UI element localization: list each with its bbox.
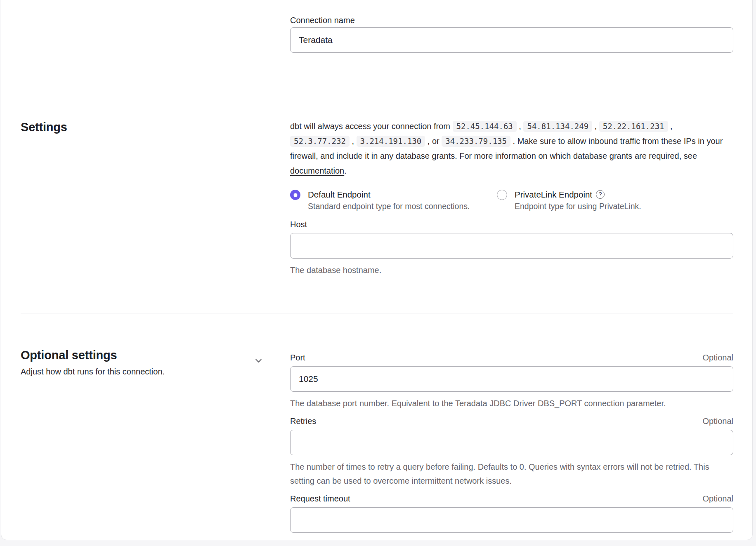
radio-selected-icon[interactable] bbox=[290, 190, 300, 200]
endpoint-option-privatelink-label: PrivateLink Endpoint? bbox=[515, 189, 641, 200]
request-timeout-label: Request timeout bbox=[290, 494, 350, 504]
connection-name-section: Connection name bbox=[1, 0, 752, 84]
connection-settings-card: Connection name Settings dbt will always… bbox=[1, 0, 753, 540]
request-timeout-input[interactable] bbox=[290, 507, 733, 533]
ip-allowlist-notice: dbt will always access your connection f… bbox=[290, 119, 733, 178]
request-timeout-field: Request timeout Optional The timeout for… bbox=[290, 494, 733, 540]
retries-label: Retries bbox=[290, 416, 316, 426]
endpoint-option-default[interactable]: Default Endpoint Standard endpoint type … bbox=[290, 189, 497, 212]
retries-helper-text: The number of times to retry a query bef… bbox=[290, 460, 733, 488]
ip-address-chip: 52.3.77.232 bbox=[290, 136, 350, 147]
ip-address-chip: 34.233.79.135 bbox=[442, 136, 510, 147]
port-label: Port bbox=[290, 353, 305, 362]
retries-input[interactable] bbox=[290, 430, 733, 455]
host-helper-text: The database hostname. bbox=[290, 263, 733, 277]
endpoint-type-radio-group: Default Endpoint Standard endpoint type … bbox=[290, 189, 733, 212]
documentation-link[interactable]: documentation bbox=[290, 166, 344, 175]
port-input[interactable] bbox=[290, 366, 733, 392]
optional-badge: Optional bbox=[703, 353, 734, 362]
endpoint-option-default-description: Standard endpoint type for most connecti… bbox=[308, 200, 470, 212]
host-label: Host bbox=[290, 219, 733, 229]
ip-address-chip: 52.22.161.231 bbox=[599, 121, 668, 132]
help-icon[interactable]: ? bbox=[596, 190, 605, 199]
endpoint-option-privatelink-label-text: PrivateLink Endpoint bbox=[515, 190, 592, 199]
endpoint-option-default-label: Default Endpoint bbox=[308, 189, 470, 200]
endpoint-option-privatelink[interactable]: PrivateLink Endpoint? Endpoint type for … bbox=[497, 189, 641, 212]
host-field: Host The database hostname. bbox=[290, 219, 733, 277]
chevron-down-icon bbox=[253, 361, 264, 367]
settings-heading: Settings bbox=[21, 120, 67, 283]
optional-settings-section: Optional settings Adjust how dbt runs fo… bbox=[1, 313, 752, 540]
optional-badge: Optional bbox=[703, 416, 734, 426]
connection-name-label: Connection name bbox=[290, 15, 733, 25]
ip-address-chip: 54.81.134.249 bbox=[523, 121, 592, 132]
radio-unselected-icon[interactable] bbox=[497, 190, 507, 200]
host-input[interactable] bbox=[290, 233, 733, 259]
settings-section: Settings dbt will always access your con… bbox=[1, 84, 752, 313]
endpoint-option-privatelink-description: Endpoint type for using PrivateLink. bbox=[515, 200, 641, 212]
ip-address-chip: 52.45.144.63 bbox=[453, 121, 517, 132]
retries-field: Retries Optional The number of times to … bbox=[290, 416, 733, 488]
optional-badge: Optional bbox=[703, 494, 734, 504]
port-field: Port Optional The database port number. … bbox=[290, 353, 733, 410]
optional-settings-subtitle: Adjust how dbt runs for this connection. bbox=[21, 365, 165, 378]
ip-address-chip: 3.214.191.130 bbox=[357, 136, 425, 147]
collapse-section-button[interactable] bbox=[251, 353, 266, 368]
connection-name-input[interactable] bbox=[290, 27, 733, 53]
request-timeout-helper-text: The timeout for executing each SQL reque… bbox=[290, 537, 733, 540]
optional-settings-heading: Optional settings bbox=[21, 348, 165, 362]
port-helper-text: The database port number. Equivalent to … bbox=[290, 396, 733, 410]
